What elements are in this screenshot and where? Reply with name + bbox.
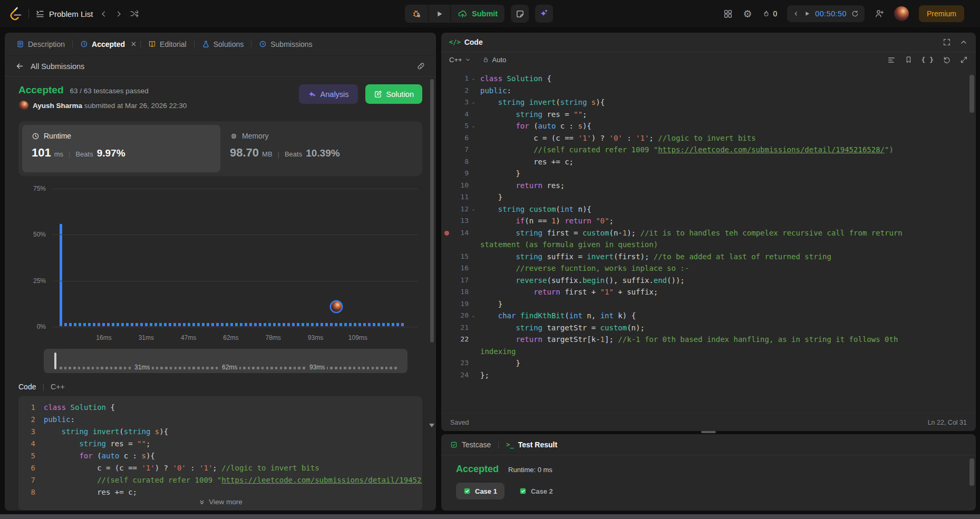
breakpoint-dot[interactable]	[444, 231, 449, 236]
code-line: 20⌄ char findKthBit(int n, int k) {	[441, 310, 976, 322]
collapse-panel-icon[interactable]	[959, 38, 968, 46]
distribution-bar	[259, 323, 261, 326]
scroll-down-arrow[interactable]	[429, 424, 434, 427]
brush-mini-bar	[110, 367, 113, 369]
left-panel-scrollbar[interactable]	[430, 79, 434, 342]
distribution-bar	[178, 323, 181, 326]
streak-counter[interactable]: 0	[762, 9, 778, 18]
code-editor-area[interactable]: 1⌄class Solution {2public:3⌄ string inve…	[441, 71, 976, 412]
close-tab-icon[interactable]	[130, 41, 137, 47]
distribution-bar	[292, 323, 295, 326]
memory-stat-tab[interactable]: Memory 98.70 MB | Beats 10.39%	[220, 125, 419, 172]
distribution-bar	[368, 323, 371, 326]
brush-mini-bar	[92, 367, 94, 369]
code-line: 18 return first + "1" + suffix;	[441, 286, 976, 298]
add-user-icon[interactable]	[875, 9, 884, 18]
distribution-bar	[154, 323, 157, 326]
brush-mini-bar	[362, 367, 365, 369]
prev-problem-button[interactable]	[99, 9, 108, 18]
code-line: 2public:	[441, 85, 976, 97]
x-axis-label: 16ms	[96, 334, 111, 341]
run-button[interactable]	[429, 5, 450, 23]
tab-testcase[interactable]: Testcase	[450, 440, 491, 449]
random-problem-icon[interactable]	[130, 9, 139, 18]
analysis-button[interactable]: ✦✦ Analysis	[299, 84, 357, 104]
panel-resize-handle[interactable]	[701, 431, 716, 433]
solution-button[interactable]: Solution	[365, 84, 422, 104]
tab-accepted[interactable]: Accepted	[76, 33, 129, 55]
brush-mini-bar	[87, 367, 90, 369]
case-tab-2[interactable]: Case 2	[512, 483, 560, 500]
expand-editor-icon[interactable]	[960, 56, 968, 64]
code-line: 4 string res = "";	[18, 438, 422, 450]
distribution-bar	[354, 323, 356, 326]
timer-reset-icon[interactable]	[851, 10, 859, 17]
distribution-bar	[207, 323, 209, 326]
back-arrow-icon[interactable]	[15, 62, 24, 71]
code-line: 1class Solution {	[18, 402, 422, 414]
timer-play-icon[interactable]	[804, 11, 810, 17]
editor-scrollbar[interactable]	[969, 75, 974, 113]
submission-detail-panel: Description Accepted Editorial Solutions…	[5, 33, 436, 511]
tab-submissions[interactable]: Submissions	[255, 33, 316, 55]
code-line: 23 }	[441, 357, 976, 369]
submit-button[interactable]: Submit	[451, 5, 504, 23]
code-line: 10 return res;	[441, 180, 976, 192]
brackets-icon[interactable]: { }	[921, 56, 934, 64]
distribution-bar	[211, 323, 214, 326]
brush-mini-bar	[216, 367, 218, 369]
format-code-icon[interactable]	[887, 56, 896, 64]
leetcode-logo[interactable]	[9, 7, 22, 21]
notes-button[interactable]	[511, 5, 529, 23]
brush-handle[interactable]	[54, 352, 56, 369]
language-selector[interactable]: C++	[449, 56, 471, 64]
code-line: 5⌄ for (auto c : s){	[441, 120, 976, 132]
brush-mini-bar	[294, 367, 296, 369]
test-panel-scrollbar[interactable]	[969, 458, 974, 486]
distribution-bar	[69, 323, 72, 326]
brush-mini-bar	[376, 367, 379, 369]
all-submissions-link[interactable]: All Submissions	[31, 62, 84, 71]
debug-button[interactable]	[405, 5, 428, 23]
tab-editorial[interactable]: Editorial	[144, 33, 191, 55]
editor-title: Code	[464, 38, 483, 46]
distribution-bar	[112, 323, 114, 326]
bookmark-icon[interactable]	[905, 56, 913, 64]
code-line: 19 }	[441, 298, 976, 310]
premium-button[interactable]: Premium	[919, 5, 964, 22]
settings-gear-icon[interactable]: ⚙	[743, 8, 752, 20]
fullscreen-icon[interactable]	[943, 38, 951, 46]
runtime-stat-tab[interactable]: Runtime 101 ms | Beats 9.97%	[22, 125, 220, 172]
timer-collapse-icon[interactable]	[793, 11, 799, 17]
runtime-beats: 9.97%	[97, 148, 125, 159]
distribution-bar	[316, 323, 318, 326]
brush-mini-bar	[348, 367, 351, 369]
distribution-bar	[169, 323, 171, 326]
auto-mode-toggle[interactable]: Auto	[482, 56, 507, 64]
tab-test-result[interactable]: >_ Test Result	[506, 440, 557, 449]
ai-sparkles-icon[interactable]: ✦✦	[535, 5, 553, 23]
distribution-bar	[264, 323, 266, 326]
problem-list-link[interactable]: Problem List	[35, 9, 93, 18]
brush-mini-bar	[165, 367, 168, 369]
view-more-button[interactable]: View more	[18, 494, 422, 508]
brush-mini-bar	[289, 367, 292, 369]
code-line: 12⌄ string custom(int n){	[441, 203, 976, 216]
reset-code-icon[interactable]	[943, 56, 951, 64]
runtime-value: 101	[32, 146, 51, 160]
tab-solutions[interactable]: Solutions	[198, 33, 248, 55]
case-tab-1[interactable]: Case 1	[456, 483, 504, 500]
brush-mini-bar	[243, 367, 246, 369]
distribution-bar	[216, 323, 219, 326]
next-problem-button[interactable]	[114, 9, 123, 18]
tab-description[interactable]: Description	[12, 33, 69, 55]
distribution-brush[interactable]: 31ms62ms93ms	[44, 349, 407, 373]
distribution-bar	[60, 224, 62, 326]
testcases-passed: 63 / 63 testcases passed	[70, 87, 149, 95]
layout-switcher-icon[interactable]	[723, 9, 733, 18]
distribution-bar	[83, 323, 86, 326]
distribution-bar	[159, 323, 162, 326]
code-line: 7 //(self curated refer 1009 "https://le…	[18, 474, 422, 486]
user-avatar[interactable]	[894, 6, 909, 21]
copy-link-icon[interactable]	[416, 62, 425, 71]
